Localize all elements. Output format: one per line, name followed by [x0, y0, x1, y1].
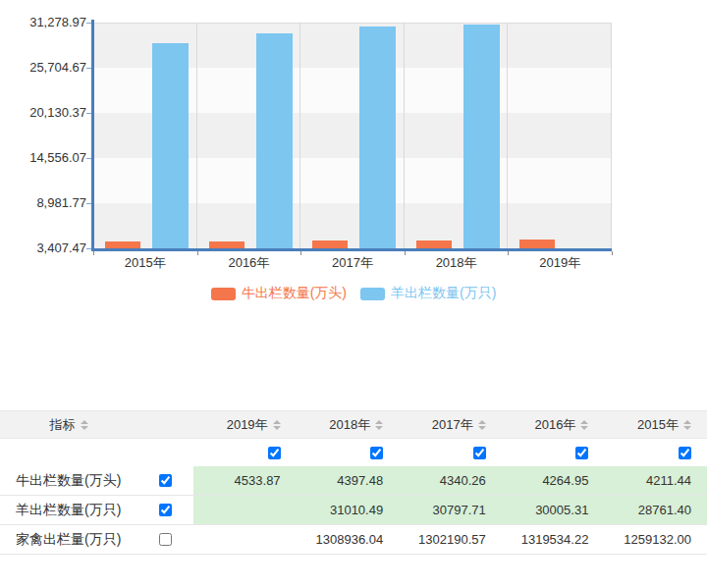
column-checkbox-cell: [399, 439, 502, 466]
data-cell-2016年: 30005.31: [502, 496, 605, 524]
grid-line-vertical: [196, 23, 197, 248]
data-cell-2015年: 4211.44: [604, 466, 707, 495]
year-header-label: 2016年: [534, 416, 575, 434]
grid-line-vertical: [611, 23, 612, 248]
year-header-cell-2017年[interactable]: 2017年: [399, 411, 502, 438]
sort-down-icon: [273, 426, 281, 430]
column-checkbox-cell: [604, 439, 707, 466]
sort-icon: [273, 420, 281, 430]
sort-down-icon: [81, 426, 88, 430]
x-axis-tick: [508, 251, 509, 255]
plot-area: [93, 23, 612, 248]
column-checkbox-2015年[interactable]: [679, 447, 691, 459]
grid-line-vertical: [507, 23, 508, 248]
sort-icon: [580, 420, 588, 430]
year-header-cell-2016年[interactable]: 2016年: [502, 411, 605, 438]
year-header-label: 2019年: [227, 416, 268, 434]
data-cell-2019年: [193, 525, 297, 554]
column-checkbox-cell: [502, 439, 605, 466]
chart-legend: 牛出栏数量(万头)羊出栏数量(万只): [0, 285, 707, 302]
y-axis-label: 3,407.47: [0, 241, 86, 255]
y-axis-label: 25,704.67: [0, 61, 86, 75]
sheep-bar-2015年: [152, 43, 189, 248]
sort-up-icon: [375, 420, 383, 424]
data-cell-2017年: 30797.71: [399, 496, 502, 524]
sort-up-icon: [580, 420, 588, 424]
data-cell-2016年: 4264.95: [502, 466, 605, 495]
year-header-cell-2015年[interactable]: 2015年: [604, 411, 707, 438]
row-checkbox-cell: [137, 496, 193, 524]
sort-up-icon: [683, 420, 691, 424]
row-label: 牛出栏数量(万头): [0, 466, 137, 495]
year-header-label: 2018年: [329, 416, 370, 434]
data-cell-2015年: 1259132.00: [604, 525, 707, 554]
row-label: 家禽出栏量(万只): [0, 525, 137, 554]
year-header-cell-2019年[interactable]: 2019年: [193, 411, 297, 438]
x-axis-tick: [612, 251, 613, 255]
x-axis-label: 2019年: [508, 254, 612, 272]
x-axis-label: 2016年: [197, 254, 301, 272]
y-axis-label: 8,981.77: [0, 196, 86, 210]
grid-line-vertical: [404, 23, 405, 248]
sort-down-icon: [478, 426, 486, 430]
column-checkbox-2017年[interactable]: [473, 447, 486, 459]
legend-swatch-icon: [211, 288, 236, 300]
indicator-table: 指标2019年2018年2017年2016年2015年牛出栏数量(万头)4533…: [0, 410, 707, 555]
legend-item-cattle[interactable]: 牛出栏数量(万头): [211, 285, 347, 302]
legend-label: 牛出栏数量(万头): [242, 285, 347, 302]
y-axis-label: 31,278.97: [0, 16, 86, 29]
row-checkbox[interactable]: [159, 474, 172, 487]
data-cell-2018年: 4397.48: [297, 466, 400, 495]
sheep-bar-2017年: [359, 27, 396, 248]
data-cell-2017年: 1302190.57: [399, 525, 502, 554]
sort-icon: [375, 420, 383, 430]
sort-up-icon: [81, 420, 88, 424]
row-label: 羊出栏数量(万只): [0, 496, 137, 524]
table-header-row: 指标2019年2018年2017年2016年2015年: [0, 410, 707, 439]
indicator-header-cell[interactable]: 指标: [0, 411, 137, 438]
data-cell-2018年: 31010.49: [297, 496, 400, 524]
column-checkbox-2018年[interactable]: [370, 447, 383, 459]
column-checkbox-2016年[interactable]: [575, 447, 588, 459]
grid-line-horizontal: [93, 23, 612, 24]
indicator-header-label: 指标: [50, 416, 76, 434]
checkbox-row-spacer: [0, 439, 137, 466]
year-header-cell-2018年[interactable]: 2018年: [297, 411, 400, 438]
sort-up-icon: [478, 420, 486, 424]
legend-item-sheep[interactable]: 羊出栏数量(万只): [360, 285, 496, 302]
legend-swatch-icon: [360, 288, 385, 300]
sort-down-icon: [683, 426, 691, 430]
x-axis-tick: [405, 251, 406, 255]
year-header-label: 2017年: [432, 416, 473, 434]
cattle-bar-2019年: [519, 240, 555, 248]
sort-icon: [81, 420, 88, 430]
table-row: 家禽出栏量(万只)1308936.041302190.571319534.221…: [0, 525, 707, 555]
y-axis-label: 14,556.07: [0, 151, 86, 165]
data-cell-2018年: 1308936.04: [297, 525, 400, 554]
row-checkbox[interactable]: [159, 504, 172, 516]
row-checkbox-cell: [137, 525, 193, 554]
table-row: 羊出栏数量(万只)31010.4930797.7130005.3128761.4…: [0, 496, 707, 525]
grid-line-vertical: [299, 23, 300, 248]
x-axis-label: 2017年: [300, 254, 405, 272]
x-axis-label: 2018年: [405, 254, 509, 272]
header-checkbox-spacer: [137, 411, 193, 438]
data-cell-2015年: 28761.40: [604, 496, 707, 524]
row-checkbox-cell: [137, 466, 193, 495]
checkbox-row-spacer: [137, 439, 193, 466]
x-axis-tick: [197, 251, 198, 255]
column-checkbox-2019年[interactable]: [268, 447, 281, 459]
cattle-bar-2016年: [209, 241, 245, 248]
sheep-bar-2016年: [256, 33, 293, 248]
legend-label: 羊出栏数量(万只): [391, 285, 496, 302]
column-checkbox-cell: [193, 439, 297, 466]
y-axis-label: 20,130.37: [0, 106, 86, 120]
sort-icon: [683, 420, 691, 430]
sort-down-icon: [580, 426, 588, 430]
row-checkbox[interactable]: [159, 533, 172, 546]
x-axis-tick: [300, 251, 301, 255]
column-checkbox-cell: [297, 439, 400, 466]
year-header-label: 2015年: [637, 416, 679, 434]
y-axis-line: [91, 20, 94, 251]
cattle-bar-2015年: [105, 241, 140, 248]
